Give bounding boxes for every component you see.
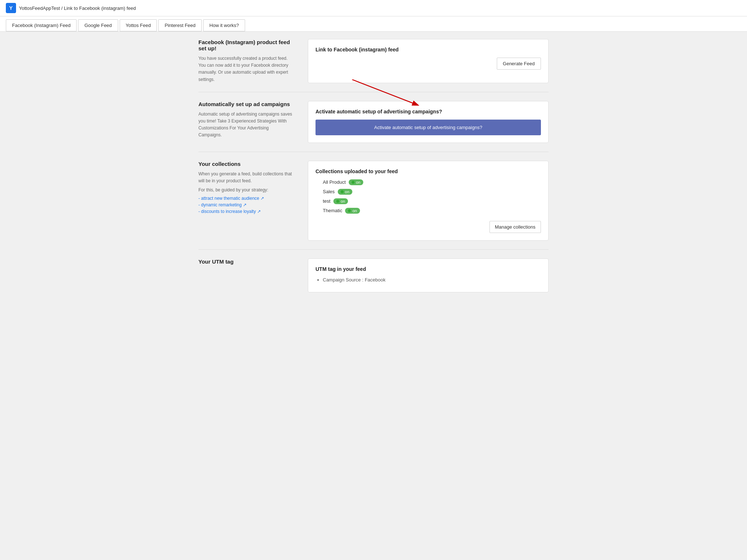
section-utm: Your UTM tag UTM tag in your feed Campai… [198, 258, 549, 301]
toggle-all-product[interactable]: on [349, 179, 363, 185]
toggle-dot-test [336, 200, 339, 203]
toggle-dot-thematic [348, 209, 351, 212]
toggle-dot-sales [341, 190, 344, 193]
top-bar: Y YottosFeedAppTest / Link to Facebook (… [0, 0, 747, 16]
breadcrumb: YottosFeedAppTest / Link to Facebook (in… [19, 5, 136, 11]
tab-yottos-feed[interactable]: Yottos Feed [120, 19, 157, 31]
ad-campaigns-body: Automatic setup of advertising campaigns… [198, 111, 293, 139]
activate-campaigns-button[interactable]: Activate automatic setup of advertising … [316, 120, 541, 135]
utm-right: UTM tag in your feed Campaign Source : F… [308, 258, 549, 292]
ad-campaigns-left: Automatically set up ad campaigns Automa… [198, 101, 301, 143]
feed-setup-right: Link to Facebook (instagram) feed Genera… [308, 39, 549, 83]
main-content: Facebook (Instagram) product feed set up… [191, 32, 556, 317]
feed-setup-body: You have successfully created a product … [198, 55, 293, 83]
tab-facebook-instagram[interactable]: Facebook (Instagram) Feed [6, 19, 77, 31]
utm-list: Campaign Source : Facebook [316, 277, 541, 283]
ad-campaigns-right: Activate automatic setup of advertising … [308, 101, 549, 143]
toggle-test[interactable]: on [333, 198, 348, 204]
tab-pinterest-feed[interactable]: Pinterest Feed [158, 19, 202, 31]
section-collections: Your collections When you generate a fee… [198, 161, 549, 250]
utm-right-title: UTM tag in your feed [316, 266, 541, 272]
collection-item-all-product: All Product on [323, 179, 541, 185]
strategy-link-loyalty[interactable]: - discounts to increase loyalty ↗ [198, 209, 293, 214]
nav-tabs: Facebook (Instagram) Feed Google Feed Yo… [0, 16, 747, 32]
toggle-dot-all-product [352, 181, 355, 184]
collection-item-thematic: Thematic on [323, 208, 541, 214]
toggle-sales[interactable]: on [338, 189, 352, 195]
feed-setup-right-title: Link to Facebook (instagram) feed [316, 47, 541, 52]
collections-body: When you generate a feed, build collecti… [198, 171, 293, 184]
section-ad-campaigns: Automatically set up ad campaigns Automa… [198, 101, 549, 152]
strategy-link-thematic[interactable]: - attract new thematic audience ↗ [198, 196, 293, 201]
utm-left: Your UTM tag [198, 258, 301, 292]
utm-item-campaign-source: Campaign Source : Facebook [323, 277, 541, 283]
tab-google-feed[interactable]: Google Feed [78, 19, 118, 31]
strategy-intro: For this, be guided by your strategy: [198, 187, 293, 194]
ad-campaigns-right-title: Activate automatic setup of advertising … [316, 109, 541, 114]
utm-title: Your UTM tag [198, 258, 293, 265]
manage-collections-button[interactable]: Manage collections [489, 221, 541, 233]
strategy-link-remarketing[interactable]: - dynamic remarketing ↗ [198, 202, 293, 207]
feed-setup-left: Facebook (Instagram) product feed set up… [198, 39, 301, 83]
generate-feed-button[interactable]: Generate Feed [497, 58, 541, 70]
collections-title: Your collections [198, 161, 293, 167]
section-feed-setup: Facebook (Instagram) product feed set up… [198, 39, 549, 92]
toggle-thematic[interactable]: on [345, 208, 360, 214]
tab-how-it-works[interactable]: How it works? [203, 19, 245, 31]
collection-item-sales: Sales on [323, 189, 541, 195]
collections-right: Collections uploaded to your feed All Pr… [308, 161, 549, 241]
feed-setup-title: Facebook (Instagram) product feed set up… [198, 39, 293, 51]
strategy-links: - attract new thematic audience ↗ - dyna… [198, 196, 293, 214]
collection-item-test: test on [323, 198, 541, 204]
collections-list: All Product on Sales on test [316, 179, 541, 214]
collections-right-title: Collections uploaded to your feed [316, 168, 541, 174]
app-logo: Y [6, 3, 16, 13]
ad-campaigns-title: Automatically set up ad campaigns [198, 101, 293, 107]
collections-left: Your collections When you generate a fee… [198, 161, 301, 241]
